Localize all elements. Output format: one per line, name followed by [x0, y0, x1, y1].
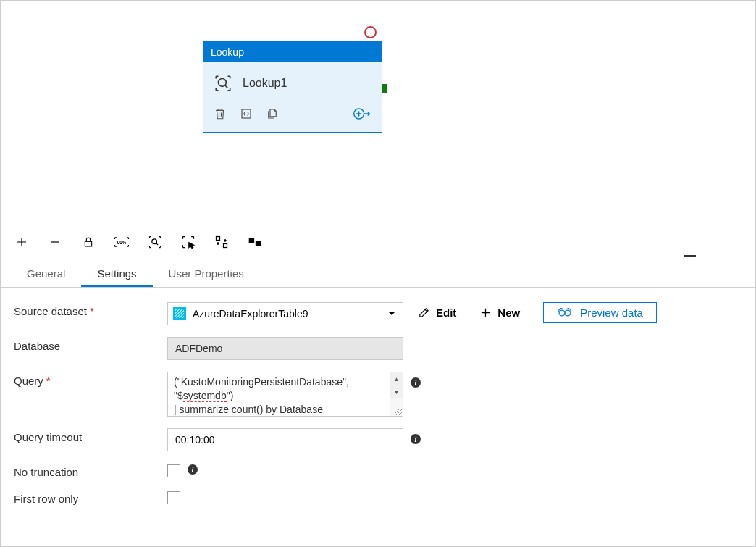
- scroll-down-icon[interactable]: ▼: [390, 385, 403, 398]
- auto-align-icon[interactable]: [214, 234, 230, 250]
- delete-icon[interactable]: [214, 107, 227, 120]
- tab-settings[interactable]: Settings: [81, 260, 152, 287]
- lock-icon[interactable]: [80, 234, 96, 250]
- preview-data-button[interactable]: Preview data: [543, 302, 657, 323]
- database-label: Database: [14, 337, 167, 352]
- zoom-100-icon[interactable]: 00%: [114, 234, 130, 250]
- first-row-only-checkbox[interactable]: [167, 491, 180, 504]
- add-output-icon[interactable]: [353, 106, 371, 122]
- svg-point-11: [565, 310, 571, 316]
- first-row-only-label: First row only: [14, 490, 167, 505]
- info-icon[interactable]: i: [411, 377, 421, 388]
- chevron-down-icon: [387, 311, 396, 317]
- no-truncation-label: No truncation: [14, 463, 167, 478]
- tab-general[interactable]: General: [11, 260, 81, 287]
- source-dataset-select[interactable]: [167, 302, 403, 325]
- scroll-up-icon[interactable]: ▲: [390, 372, 403, 385]
- svg-rect-3: [85, 241, 91, 246]
- zoom-in-icon[interactable]: [14, 234, 30, 250]
- panel-resize-handle[interactable]: [684, 255, 696, 257]
- code-icon[interactable]: [240, 107, 253, 120]
- copy-icon[interactable]: [266, 107, 279, 120]
- svg-rect-8: [249, 238, 255, 243]
- svg-point-10: [559, 310, 565, 316]
- svg-rect-1: [242, 109, 251, 118]
- zoom-out-icon[interactable]: [47, 234, 63, 250]
- no-truncation-checkbox[interactable]: [167, 464, 180, 477]
- svg-rect-6: [217, 236, 220, 240]
- dataset-icon: [173, 307, 186, 320]
- properties-tabs: General Settings User Properties: [1, 260, 755, 288]
- lookup-activity-node[interactable]: Lookup Lookup1: [203, 41, 382, 133]
- svg-point-5: [152, 238, 157, 243]
- new-button[interactable]: New: [479, 306, 520, 319]
- info-icon[interactable]: i: [411, 434, 421, 444]
- lookup-icon: [214, 74, 232, 93]
- database-input: [167, 337, 403, 360]
- tab-user-properties[interactable]: User Properties: [153, 260, 260, 287]
- query-label: Query*: [14, 372, 167, 387]
- canvas-toolbar: 00%: [1, 227, 755, 256]
- node-name: Lookup1: [243, 77, 287, 90]
- source-dataset-label: Source dataset*: [14, 302, 167, 317]
- svg-text:00%: 00%: [117, 240, 127, 245]
- svg-rect-7: [224, 243, 227, 247]
- info-icon[interactable]: i: [188, 464, 198, 475]
- minimap-icon[interactable]: [247, 234, 263, 250]
- query-timeout-input[interactable]: [167, 428, 403, 451]
- svg-rect-9: [256, 241, 261, 246]
- resize-handle[interactable]: [395, 408, 402, 415]
- query-textarea-wrap: ("KustoMonitoringPersistentDatabase","$s…: [167, 372, 403, 417]
- settings-panel: Source dataset* Edit New Preview data: [1, 288, 755, 531]
- selection-icon[interactable]: [180, 234, 196, 250]
- validation-marker-icon: [364, 26, 377, 38]
- node-toolbar: [203, 100, 382, 132]
- node-type-label: Lookup: [203, 42, 382, 62]
- query-timeout-label: Query timeout: [14, 428, 167, 443]
- success-output-handle[interactable]: [382, 84, 387, 93]
- node-body: Lookup1: [203, 62, 382, 100]
- source-dataset-input[interactable]: [167, 302, 403, 325]
- edit-button[interactable]: Edit: [418, 306, 456, 319]
- pipeline-canvas[interactable]: Lookup Lookup1: [1, 1, 755, 227]
- query-textarea[interactable]: ("KustoMonitoringPersistentDatabase","$s…: [168, 372, 390, 416]
- zoom-fit-icon[interactable]: [147, 234, 163, 250]
